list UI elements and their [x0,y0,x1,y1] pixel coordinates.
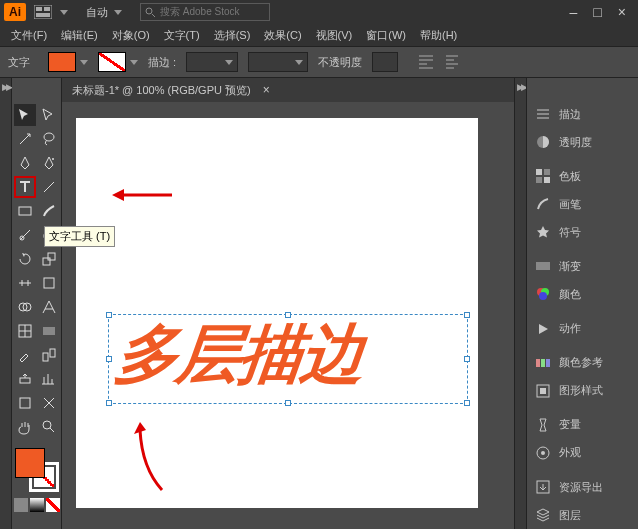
menu-object[interactable]: 对象(O) [107,26,155,45]
gradient-mode[interactable] [30,498,44,512]
stock-search[interactable]: 搜索 Adobe Stock [140,3,270,21]
annotation-arrow-2 [132,418,166,494]
menu-file[interactable]: 文件(F) [6,26,52,45]
svg-rect-3 [36,13,50,17]
panel-swatches[interactable]: 色板 [527,162,638,190]
menu-type[interactable]: 文字(T) [159,26,205,45]
panel-symbols[interactable]: 符号 [527,218,638,246]
menu-select[interactable]: 选择(S) [209,26,256,45]
fill-swatch[interactable] [48,52,88,72]
workspace-dropdown[interactable]: 自动 [86,5,122,20]
shaper-tool[interactable] [14,224,36,246]
artboard-tool[interactable] [14,392,36,414]
none-mode[interactable] [46,498,60,512]
svg-rect-14 [44,278,54,288]
panel-layers[interactable]: 图层 [527,501,638,529]
handle-bm[interactable] [285,400,291,406]
caret-down-icon [130,60,138,65]
fill-color[interactable] [15,448,45,478]
menu-edit[interactable]: 编辑(E) [56,26,103,45]
menu-effect[interactable]: 效果(C) [259,26,306,45]
handle-tl[interactable] [106,312,112,318]
panel-graphic-styles[interactable]: 图形样式 [527,377,638,405]
tool-tooltip: 文字工具 (T) [44,226,115,247]
symbol-sprayer-tool[interactable] [14,368,36,390]
artwork-text[interactable]: 多层描边 [105,315,471,393]
paragraph-icon[interactable] [418,54,434,70]
layout-preset-dropdown[interactable] [34,5,68,19]
opacity-label: 不透明度 [318,55,362,70]
maximize-button[interactable]: □ [593,4,601,20]
text-frame-selection[interactable]: 多层描边 [108,314,468,404]
left-collapse[interactable]: ▶▶ [0,78,12,529]
right-collapse[interactable]: ▶▶ [514,78,526,529]
free-transform-tool[interactable] [38,272,60,294]
blend-tool[interactable] [38,344,60,366]
selection-tool[interactable] [14,104,36,126]
line-tool[interactable] [38,176,60,198]
svg-rect-18 [43,327,55,335]
panel-appearance[interactable]: 外观 [527,439,638,467]
artboard[interactable]: 多层描边 [76,118,478,508]
stroke-swatch[interactable] [98,52,138,72]
eyedropper-tool[interactable] [14,344,36,366]
panel-color[interactable]: 颜色 [527,280,638,308]
magic-wand-tool[interactable] [14,128,36,150]
hand-tool[interactable] [14,416,36,438]
scale-tool[interactable] [38,248,60,270]
width-tool[interactable] [14,272,36,294]
svg-rect-9 [19,207,31,215]
tab-close-button[interactable]: × [263,83,270,97]
shape-builder-tool[interactable] [14,296,36,318]
document-tab[interactable]: 未标题-1* @ 100% (RGB/GPU 预览) × [62,78,514,102]
context-label: 文字 [8,55,30,70]
caret-down-icon [80,60,88,65]
fill-stroke-indicator[interactable] [15,448,59,492]
color-mode[interactable] [14,498,28,512]
svg-rect-1 [36,7,42,11]
menu-view[interactable]: 视图(V) [311,26,358,45]
gradient-tool[interactable] [38,320,60,342]
panel-variables[interactable]: 变量 [527,411,638,439]
svg-point-23 [43,421,51,429]
panel-brushes[interactable]: 画笔 [527,190,638,218]
zoom-tool[interactable] [38,416,60,438]
svg-rect-19 [43,353,48,361]
direct-selection-tool[interactable] [38,104,60,126]
panel-transparency[interactable]: 透明度 [527,128,638,156]
pen-tool[interactable] [14,152,36,174]
align-icon[interactable] [444,54,460,70]
panel-stroke[interactable]: 描边 [527,100,638,128]
menu-window[interactable]: 窗口(W) [361,26,411,45]
curvature-tool[interactable] [38,152,60,174]
mesh-tool[interactable] [14,320,36,342]
type-tool[interactable] [14,176,36,198]
panel-asset-export[interactable]: 资源导出 [527,473,638,501]
svg-rect-22 [20,398,30,408]
lasso-tool[interactable] [38,128,60,150]
title-bar: Ai 自动 搜索 Adobe Stock – □ × [0,0,638,24]
handle-bl[interactable] [106,400,112,406]
paintbrush-tool[interactable] [38,200,60,222]
menu-help[interactable]: 帮助(H) [415,26,462,45]
panel-color-guide[interactable]: 颜色参考 [527,349,638,377]
layout-icon [34,5,52,19]
panel-actions[interactable]: 动作 [527,315,638,343]
opacity-dropdown[interactable] [372,52,398,72]
stroke-width-input[interactable] [186,52,238,72]
perspective-tool[interactable] [38,296,60,318]
app-logo: Ai [4,3,26,21]
close-button[interactable]: × [618,4,626,20]
rotate-tool[interactable] [14,248,36,270]
minimize-button[interactable]: – [570,4,578,20]
menu-bar: 文件(F) 编辑(E) 对象(O) 文字(T) 选择(S) 效果(C) 视图(V… [0,24,638,46]
rectangle-tool[interactable] [14,200,36,222]
right-panels: 描边 透明度 色板 画笔 符号 渐变 颜色 动作 颜色参考 图形样式 变量 外观… [526,78,638,529]
panel-gradient[interactable]: 渐变 [527,252,638,280]
stroke-profile-dropdown[interactable] [248,52,308,72]
slice-tool[interactable] [38,392,60,414]
toolbox [12,78,62,529]
svg-line-8 [44,182,54,192]
handle-br[interactable] [464,400,470,406]
graph-tool[interactable] [38,368,60,390]
